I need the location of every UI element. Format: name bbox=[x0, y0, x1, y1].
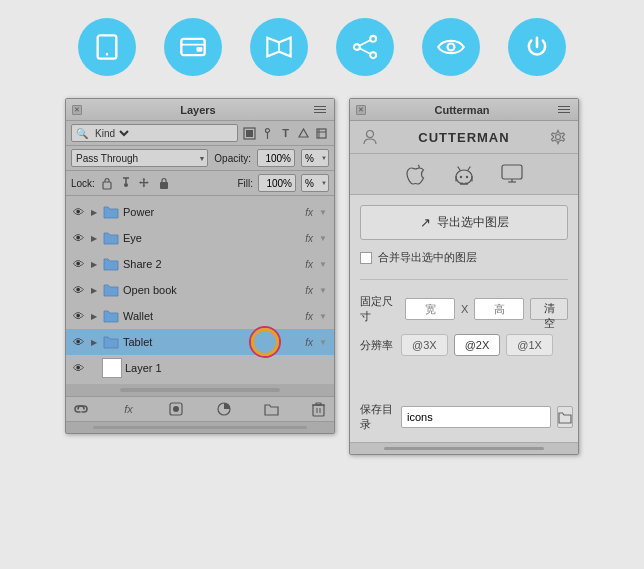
filter-type-icon[interactable]: T bbox=[278, 126, 293, 141]
layer-visibility-toggle[interactable]: 👁 bbox=[70, 360, 86, 376]
cutterman-menu-btn[interactable] bbox=[558, 105, 572, 115]
layer-name: Power bbox=[123, 206, 302, 218]
wallet-icon-btn[interactable] bbox=[164, 18, 222, 76]
android-os-icon[interactable] bbox=[449, 162, 479, 186]
book-icon-btn[interactable] bbox=[250, 18, 308, 76]
layer-mask-btn[interactable] bbox=[167, 400, 185, 418]
layer-expand-fx-btn[interactable]: ▼ bbox=[316, 205, 330, 219]
blend-mode-wrapper[interactable]: Pass Through Normal Multiply bbox=[71, 149, 208, 167]
layer-folder-icon bbox=[102, 282, 120, 298]
export-btn-label: 导出选中图层 bbox=[437, 214, 509, 231]
gear-icon[interactable] bbox=[548, 127, 568, 147]
fill-input[interactable] bbox=[258, 174, 296, 192]
opacity-input[interactable] bbox=[257, 149, 295, 167]
lock-position-icon[interactable] bbox=[119, 176, 133, 190]
blend-mode-row: Pass Through Normal Multiply Opacity: % bbox=[66, 146, 334, 171]
res-2x-btn[interactable]: @2X bbox=[454, 334, 501, 356]
lock-pixels-icon[interactable] bbox=[100, 176, 114, 190]
layer-item-selected[interactable]: 👁 ▶ Tablet fx ▼ bbox=[66, 329, 334, 355]
layer-name: Eye bbox=[123, 232, 302, 244]
layer-delete-btn[interactable] bbox=[310, 400, 328, 418]
layer-visibility-toggle[interactable]: 👁 bbox=[70, 334, 86, 350]
apple-os-icon[interactable] bbox=[401, 162, 431, 186]
layer-visibility-toggle[interactable]: 👁 bbox=[70, 308, 86, 324]
eye-icon-btn[interactable] bbox=[422, 18, 480, 76]
layer-item[interactable]: 👁 ▶ Power fx ▼ bbox=[66, 199, 334, 225]
layer-fx-label: fx bbox=[305, 233, 313, 244]
svg-line-37 bbox=[458, 167, 460, 170]
svg-point-20 bbox=[124, 183, 128, 187]
layer-expand-arrow[interactable]: ▶ bbox=[89, 233, 99, 243]
power-icon-btn[interactable] bbox=[508, 18, 566, 76]
layer-expand-arrow[interactable]: ▶ bbox=[89, 285, 99, 295]
savedir-label: 保存目录 bbox=[360, 402, 395, 432]
layer-item[interactable]: 👁 ▶ Wallet fx ▼ bbox=[66, 303, 334, 329]
layers-search-box[interactable]: 🔍 Kind bbox=[71, 124, 238, 142]
res-3x-btn[interactable]: @3X bbox=[401, 334, 448, 356]
layer-fx-btn[interactable]: fx bbox=[120, 400, 138, 418]
layer-fx-label: fx bbox=[305, 207, 313, 218]
layer-expand-arrow[interactable]: ▶ bbox=[89, 259, 99, 269]
layer-folder-icon bbox=[102, 204, 120, 220]
lock-move-icon[interactable] bbox=[138, 176, 152, 190]
layer-item[interactable]: 👁 ▶ Share 2 fx ▼ bbox=[66, 251, 334, 277]
layer-expand-fx-btn[interactable]: ▼ bbox=[316, 231, 330, 245]
cutterman-logo: CUTTERMAN bbox=[418, 130, 509, 145]
layer-expand-fx-btn[interactable]: ▼ bbox=[316, 283, 330, 297]
svg-rect-16 bbox=[317, 129, 326, 138]
layer-visibility-toggle[interactable]: 👁 bbox=[70, 230, 86, 246]
filter-adjust-icon[interactable] bbox=[260, 126, 275, 141]
layer-visibility-toggle[interactable]: 👁 bbox=[70, 282, 86, 298]
cutterman-close-btn[interactable]: ✕ bbox=[356, 105, 366, 115]
layers-kind-select[interactable]: Kind bbox=[91, 127, 132, 140]
clear-size-btn[interactable]: 清空 bbox=[530, 298, 568, 320]
tablet-icon-btn[interactable] bbox=[78, 18, 136, 76]
svg-point-36 bbox=[466, 176, 468, 178]
layer-folder-icon bbox=[102, 308, 120, 324]
layer-item[interactable]: 👁 ▶ Open book fx ▼ bbox=[66, 277, 334, 303]
layer-expand-fx-btn[interactable]: ▼ bbox=[316, 335, 330, 349]
opacity-unit-wrapper[interactable]: % bbox=[301, 149, 329, 167]
layer-expand-arrow[interactable]: ▶ bbox=[89, 311, 99, 321]
res-1x-btn[interactable]: @1X bbox=[506, 334, 553, 356]
svg-point-25 bbox=[173, 406, 179, 412]
layer-expand-arrow[interactable]: ▶ bbox=[89, 337, 99, 347]
height-input[interactable] bbox=[474, 298, 524, 320]
layers-close-btn[interactable]: ✕ bbox=[72, 105, 82, 115]
svg-line-9 bbox=[359, 48, 370, 54]
width-input[interactable] bbox=[405, 298, 455, 320]
panels-row: ✕ Layers 🔍 Kind T bbox=[65, 98, 579, 455]
cutterman-scrollbar[interactable] bbox=[384, 447, 544, 450]
layer-expand-fx-btn[interactable]: ▼ bbox=[316, 257, 330, 271]
layer-visibility-toggle[interactable]: 👁 bbox=[70, 204, 86, 220]
merge-checkbox[interactable] bbox=[360, 252, 372, 264]
layer-group-btn[interactable] bbox=[262, 400, 280, 418]
lock-all-icon[interactable] bbox=[157, 176, 171, 190]
layer-link-btn[interactable] bbox=[72, 400, 90, 418]
layer-expand-fx-btn[interactable]: ▼ bbox=[316, 309, 330, 323]
monitor-os-icon[interactable] bbox=[497, 162, 527, 186]
user-icon[interactable] bbox=[360, 127, 380, 147]
layer-item[interactable]: 👁 ▶ Eye fx ▼ bbox=[66, 225, 334, 251]
fill-unit-select[interactable]: % bbox=[301, 174, 329, 192]
fill-unit-wrapper[interactable]: % bbox=[301, 174, 329, 192]
layers-menu-btn[interactable] bbox=[314, 105, 328, 115]
filter-shape-icon[interactable] bbox=[296, 126, 311, 141]
scrollbar[interactable] bbox=[120, 388, 281, 392]
opacity-unit-select[interactable]: % bbox=[301, 149, 329, 167]
blend-mode-select[interactable]: Pass Through Normal Multiply bbox=[71, 149, 208, 167]
layer-fx-label: fx bbox=[305, 337, 313, 348]
layer-item[interactable]: 👁 Layer 1 bbox=[66, 355, 334, 381]
filter-smart-icon[interactable] bbox=[314, 126, 329, 141]
layer-adjustment-btn[interactable] bbox=[215, 400, 233, 418]
layer-visibility-toggle[interactable]: 👁 bbox=[70, 256, 86, 272]
layer-expand-arrow[interactable]: ▶ bbox=[89, 207, 99, 217]
export-layers-btn[interactable]: ↗ 导出选中图层 bbox=[360, 205, 568, 240]
share-icon-btn[interactable] bbox=[336, 18, 394, 76]
savedir-input[interactable] bbox=[401, 406, 551, 428]
horizontal-scrollbar[interactable] bbox=[93, 426, 307, 429]
svg-rect-12 bbox=[246, 130, 253, 137]
savedir-browse-btn[interactable] bbox=[557, 406, 573, 428]
filter-pixel-icon[interactable] bbox=[242, 126, 257, 141]
layer-fx-label: fx bbox=[305, 285, 313, 296]
